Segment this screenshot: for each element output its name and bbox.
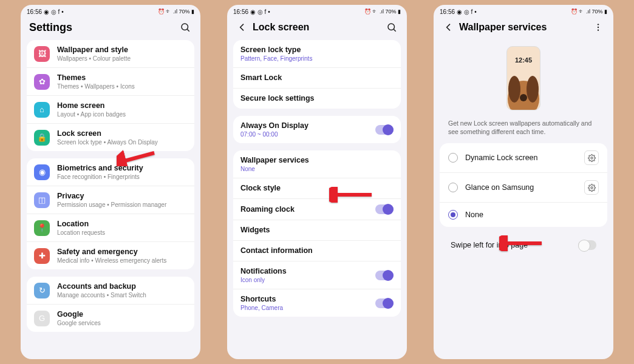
lock-item[interactable]: Roaming clock — [233, 199, 401, 220]
lockscreen-content: Screen lock typePattern, Face, Fingerpri… — [227, 40, 407, 359]
setting-title: Location — [57, 220, 187, 229]
page-title: Settings — [29, 21, 179, 34]
swipe-info-row[interactable]: Swipe left for info page — [440, 234, 607, 256]
swipe-toggle[interactable] — [578, 240, 596, 250]
lock-item[interactable]: Always On Display07:00 ~ 00:00 — [233, 116, 401, 143]
wallpaper-content: 12:45 Get new Lock screen wallpapers aut… — [434, 40, 613, 359]
status-time: 16:56 — [440, 8, 455, 15]
lock-item-title: Secure lock settings — [240, 94, 394, 103]
settings-item[interactable]: 🖼Wallpaper and styleWallpapers • Colour … — [27, 40, 194, 68]
lock-item-title: Shortcuts — [240, 295, 368, 304]
setting-icon: ⌂ — [34, 102, 50, 118]
settings-item[interactable]: ◉Biometrics and securityFace recognition… — [27, 158, 194, 186]
search-icon[interactable] — [385, 21, 398, 34]
setting-title: Biometrics and security — [57, 164, 187, 173]
gear-icon[interactable] — [584, 180, 599, 195]
wallpaper-option[interactable]: Dynamic Lock screen — [440, 143, 607, 173]
setting-title: Google — [57, 310, 187, 319]
lock-item-subtitle: 07:00 ~ 00:00 — [240, 131, 368, 138]
lock-group-2: Always On Display07:00 ~ 00:00 — [233, 116, 401, 143]
wallpaper-option[interactable]: None — [440, 203, 607, 227]
setting-icon: 🔒 — [34, 130, 50, 146]
lock-item-title: Clock style — [240, 184, 394, 193]
setting-title: Home screen — [57, 101, 187, 110]
option-label: Dynamic Lock screen — [465, 153, 577, 162]
settings-item[interactable]: ⌂Home screenLayout • App icon badges — [27, 96, 194, 124]
settings-item[interactable]: ✿ThemesThemes • Wallpapers • Icons — [27, 68, 194, 96]
lock-item[interactable]: Widgets — [233, 220, 401, 241]
more-icon[interactable] — [591, 21, 605, 34]
setting-subtitle: Medical info • Wireless emergency alerts — [57, 257, 187, 264]
setting-subtitle: Themes • Wallpapers • Icons — [57, 83, 187, 90]
phone-wallpaper-services: 16:56◉ ◎ f • ⏰ ᯤ .ıl 70% ▮ Wallpaper ser… — [434, 5, 613, 359]
toggle-switch[interactable] — [375, 271, 394, 280]
lock-item-subtitle: Phone, Camera — [240, 305, 368, 311]
setting-title: Accounts and backup — [57, 282, 187, 291]
status-time: 16:56 — [233, 8, 248, 15]
toggle-switch[interactable] — [375, 298, 394, 308]
lock-item[interactable]: ShortcutsPhone, Camera — [233, 289, 401, 317]
status-right-icons: ⏰ ᯤ .ıl 70% ▮ — [364, 8, 401, 15]
setting-icon: G — [34, 311, 50, 326]
page-title: Lock screen — [253, 22, 385, 33]
dog-illustration-icon — [506, 67, 540, 110]
setting-icon: ↻ — [34, 283, 50, 298]
lock-group-3: Wallpaper servicesNoneClock styleRoaming… — [233, 150, 401, 317]
lock-item[interactable]: Clock style — [233, 178, 401, 199]
radio-button[interactable] — [448, 210, 458, 220]
preview-time: 12:45 — [507, 56, 540, 64]
svg-point-15 — [590, 157, 592, 159]
svg-point-4 — [388, 24, 395, 30]
lock-item-title: Smart Lock — [240, 73, 394, 83]
svg-point-0 — [182, 24, 188, 30]
lock-item-subtitle: None — [240, 166, 394, 172]
svg-point-13 — [527, 76, 539, 103]
lock-group-1: Screen lock typePattern, Face, Fingerpri… — [233, 40, 401, 109]
gear-icon[interactable] — [584, 150, 599, 165]
lock-item-title: Roaming clock — [240, 205, 368, 214]
lockscreen-header: Lock screen — [227, 17, 407, 40]
toggle-switch[interactable] — [375, 125, 394, 135]
setting-subtitle: Wallpapers • Colour palette — [57, 55, 187, 62]
settings-item[interactable]: 🔒Lock screenScreen lock type • Always On… — [27, 124, 194, 151]
lock-item[interactable]: NotificationsIcon only — [233, 261, 401, 289]
lock-item-title: Widgets — [240, 226, 394, 235]
lock-item-title: Contact information — [240, 246, 394, 255]
lock-item[interactable]: Secure lock settings — [233, 89, 401, 109]
setting-icon: ✿ — [34, 74, 50, 90]
back-icon[interactable] — [442, 21, 455, 34]
settings-item[interactable]: ◫PrivacyPermission usage • Permission ma… — [27, 186, 194, 214]
settings-content: 🖼Wallpaper and styleWallpapers • Colour … — [21, 40, 200, 359]
lock-item[interactable]: Smart Lock — [233, 68, 401, 89]
setting-title: Safety and emergency — [57, 248, 187, 257]
lock-item[interactable]: Wallpaper servicesNone — [233, 150, 401, 178]
search-icon[interactable] — [179, 21, 192, 34]
swipe-label: Swipe left for info page — [451, 241, 578, 249]
settings-item[interactable]: 📍LocationLocation requests — [27, 214, 194, 242]
toggle-switch[interactable] — [375, 204, 394, 214]
status-bar: 16:56◉ ◎ f • ⏰ ᯤ .ıl 70% ▮ — [227, 5, 407, 17]
settings-item[interactable]: ↻Accounts and backupManage accounts • Sm… — [27, 277, 194, 305]
radio-button[interactable] — [448, 183, 458, 192]
wallpaper-option[interactable]: Glance on Samsung — [440, 173, 607, 203]
setting-subtitle: Permission usage • Permission manager — [57, 201, 187, 208]
lock-item[interactable]: Screen lock typePattern, Face, Fingerpri… — [233, 40, 401, 68]
settings-group-3: ↻Accounts and backupManage accounts • Sm… — [27, 277, 194, 332]
setting-subtitle: Location requests — [57, 229, 187, 236]
svg-point-9 — [598, 27, 599, 28]
description-text: Get new Lock screen wallpapers automatic… — [440, 114, 607, 143]
setting-icon: ◫ — [34, 192, 50, 208]
settings-item[interactable]: ✚Safety and emergencyMedical info • Wire… — [27, 242, 194, 269]
back-icon[interactable] — [236, 21, 249, 34]
settings-header: Settings — [21, 17, 200, 40]
lock-item-title: Notifications — [240, 267, 368, 276]
phone-settings: 16:56◉ ◎ f • ⏰ ᯤ .ıl 70% ▮ Settings 🖼Wal… — [21, 5, 200, 359]
radio-button[interactable] — [448, 153, 458, 163]
lock-item[interactable]: Contact information — [233, 241, 401, 261]
option-label: None — [465, 211, 599, 219]
phone-lock-screen: 16:56◉ ◎ f • ⏰ ᯤ .ıl 70% ▮ Lock screen S… — [227, 5, 407, 359]
setting-subtitle: Google services — [57, 320, 187, 326]
setting-subtitle: Screen lock type • Always On Display — [57, 139, 187, 146]
status-bar: 16:56◉ ◎ f • ⏰ ᯤ .ıl 70% ▮ — [434, 5, 613, 17]
settings-item[interactable]: GGoogleGoogle services — [27, 305, 194, 332]
